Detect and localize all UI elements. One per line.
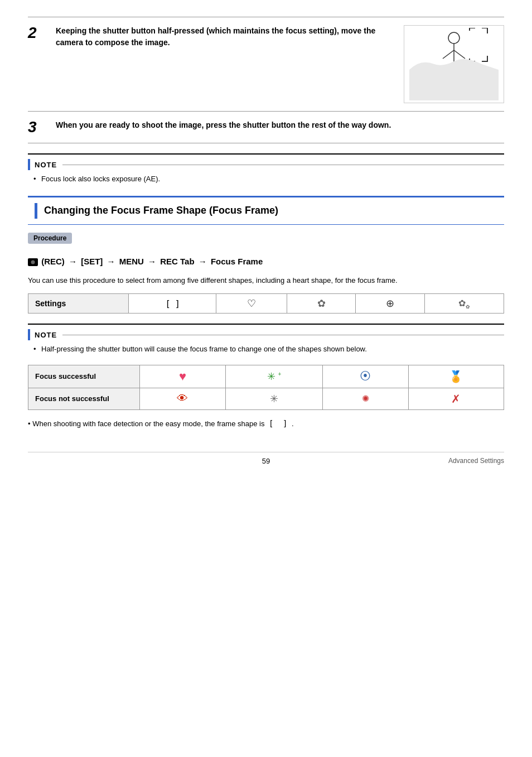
target-icon: ⊕: [386, 298, 394, 309]
focus-not-successful-icon-3: ✺: [322, 388, 408, 409]
section-title: Changing the Focus Frame Shape (Focus Fr…: [44, 205, 278, 216]
step-2-image: [404, 25, 504, 103]
note-1-bar: [28, 159, 30, 170]
note-1-label: NOTE: [28, 159, 504, 170]
command-line: (REC) → [SET] → MENU → REC Tab → Focus F…: [28, 255, 504, 268]
focus-successful-icon-3: ⦿: [322, 365, 408, 388]
settings-table-row: Settings [ ] ♡ ✿ ⊕ ✿✿: [28, 294, 504, 314]
focus-table: Focus successful ♥ ✳ + ⦿ 🏅 Focus not suc…: [28, 365, 504, 410]
procedure-tag: Procedure: [28, 233, 72, 244]
gray-star-icon: ✳: [270, 393, 278, 404]
final-note: • When shooting with face detection or t…: [28, 418, 504, 430]
step-2-number: 2: [28, 25, 45, 41]
settings-label: Settings: [28, 294, 129, 314]
pink-heart-icon: ♥: [179, 369, 186, 383]
note-2-content: Half-pressing the shutter button will ca…: [28, 344, 504, 355]
focus-not-successful-row: Focus not successful 👁 ✳ ✺ ✗: [28, 388, 504, 409]
flower2-icon: ✿: [458, 298, 466, 308]
focus-not-successful-icon-2: ✳: [225, 388, 322, 409]
settings-option-1: [ ]: [129, 294, 216, 314]
note-1-title: NOTE: [35, 161, 57, 169]
final-bracket: [ ]: [269, 419, 289, 428]
focus-successful-icon-4: 🏅: [408, 365, 504, 388]
section-header: Changing the Focus Frame Shape (Focus Fr…: [28, 196, 504, 225]
svg-line-3: [454, 50, 465, 59]
red-x-icon: ✗: [451, 393, 461, 405]
settings-option-4: ⊕: [356, 294, 425, 314]
focus-successful-label: Focus successful: [28, 365, 140, 388]
red-eye-icon: 👁: [177, 392, 188, 404]
bracket-frame-icon: [ ]: [165, 298, 180, 309]
step-2-block: 2 Keeping the shutter button half-presse…: [28, 17, 504, 111]
note-2-line: [62, 335, 504, 335]
red-star-figure-icon: 🏅: [449, 370, 463, 383]
page-footer: 59 Advanced Settings: [28, 452, 504, 465]
note-2-title: NOTE: [35, 331, 57, 339]
focus-successful-icon-1: ♥: [140, 365, 226, 388]
footer-section: Advanced Settings: [345, 457, 504, 465]
final-note-text: When shooting with face detection or the…: [32, 420, 264, 428]
step-3-text: When you are ready to shoot the image, p…: [56, 119, 504, 131]
flower-icon: ✿: [317, 298, 326, 309]
note-1-content: Focus lock also locks exposure (AE).: [28, 173, 504, 185]
note-1-line: [62, 165, 504, 165]
camera-icon-inline: [28, 258, 38, 266]
settings-option-3: ✿: [287, 294, 356, 314]
note-2-label: NOTE: [28, 329, 504, 340]
section-bar: [35, 203, 37, 219]
svg-line-2: [443, 50, 454, 59]
step-2-text: Keeping the shutter button half-pressed …: [56, 25, 393, 49]
command-text: (REC) → [SET] → MENU → REC Tab → Focus F…: [41, 257, 263, 266]
red-cluster-icon: ✺: [362, 394, 369, 403]
focus-successful-icon-2: ✳ +: [225, 365, 322, 388]
heart-outline-icon: ♡: [247, 298, 256, 309]
note-1-block: NOTE Focus lock also locks exposure (AE)…: [28, 153, 504, 185]
note-2-bar: [28, 329, 30, 340]
svg-point-0: [448, 32, 460, 44]
step-3-block: 3 When you are ready to shoot the image,…: [28, 111, 504, 143]
note-2-block: NOTE Half-pressing the shutter button wi…: [28, 324, 504, 355]
note-2-item-1: Half-pressing the shutter button will ca…: [33, 344, 504, 355]
focus-not-successful-icon-1: 👁: [140, 388, 226, 409]
settings-table: Settings [ ] ♡ ✿ ⊕ ✿✿: [28, 293, 504, 314]
page-number: 59: [187, 457, 346, 465]
note-1-item-1: Focus lock also locks exposure (AE).: [33, 173, 504, 185]
blue-dot-icon: ⦿: [360, 370, 371, 382]
focus-not-successful-label: Focus not successful: [28, 388, 140, 409]
green-star-icon: ✳: [267, 371, 275, 382]
settings-option-2: ♡: [216, 294, 287, 314]
procedure-tag-container: Procedure: [28, 233, 504, 249]
bullet-final: •: [28, 420, 32, 428]
focus-not-successful-icon-4: ✗: [408, 388, 504, 409]
focus-successful-row: Focus successful ♥ ✳ + ⦿ 🏅: [28, 365, 504, 388]
procedure-description: You can use this procedure to select fro…: [28, 275, 504, 286]
step-3-number: 3: [28, 119, 45, 135]
period: .: [292, 420, 294, 428]
settings-option-5: ✿✿: [424, 294, 504, 314]
